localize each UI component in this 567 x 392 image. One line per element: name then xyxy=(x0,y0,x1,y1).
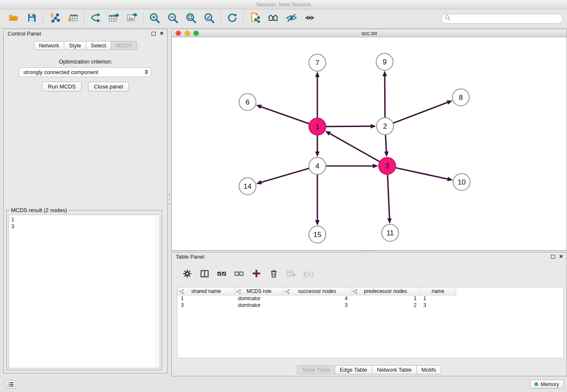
open-folder-icon xyxy=(8,12,19,25)
close-table-panel-icon[interactable]: ✕ xyxy=(559,254,563,259)
plus-icon xyxy=(252,269,261,280)
table-cell[interactable]: dominator xyxy=(235,302,284,309)
zoom-in-button[interactable] xyxy=(146,11,164,26)
float-table-panel-icon[interactable] xyxy=(551,255,555,259)
table-cell[interactable]: 1 xyxy=(420,295,456,302)
main-toolbar xyxy=(0,9,567,28)
attribute-tree-icon xyxy=(285,289,289,295)
edge-3-10[interactable] xyxy=(396,168,448,179)
show-graphics-details-button[interactable] xyxy=(300,11,319,26)
graph-node-label: 6 xyxy=(245,98,249,106)
delete-rows-button[interactable] xyxy=(269,269,279,279)
edge-arrowhead xyxy=(325,131,331,135)
gear-icon xyxy=(183,269,192,280)
table-cell[interactable]: 1 xyxy=(178,295,235,302)
reset-home-view-button[interactable] xyxy=(264,11,282,26)
share-document-icon xyxy=(250,12,261,25)
graph-node-label: 10 xyxy=(458,178,466,186)
zoom-fit-button[interactable] xyxy=(182,11,200,26)
tab-select[interactable]: Select xyxy=(86,41,111,50)
mcds-result-line: 1 xyxy=(11,216,154,223)
edge-arrowhead xyxy=(446,100,452,105)
run-mcds-button[interactable]: Run MCDS xyxy=(42,82,82,91)
float-panel-icon[interactable] xyxy=(151,32,156,36)
table-settings-button[interactable] xyxy=(182,269,192,279)
mcds-result-list[interactable]: 13 xyxy=(8,215,160,368)
zoom-out-button[interactable] xyxy=(164,11,182,26)
edge-arrowhead xyxy=(371,124,376,128)
graph-node-label: 14 xyxy=(244,182,252,190)
search-icon xyxy=(445,15,451,22)
function-builder-button[interactable]: f(x) xyxy=(303,269,314,279)
table-row[interactable]: 3dominator323 xyxy=(178,302,564,309)
search-box[interactable] xyxy=(441,14,563,24)
new-network-from-selection-button[interactable] xyxy=(86,11,105,26)
minimize-window-icon[interactable]: − xyxy=(184,30,190,36)
tab-network[interactable]: Network xyxy=(34,41,64,50)
node-table-body: 1dominator4113dominator323 xyxy=(178,295,564,309)
vertical-splitter-grip[interactable] xyxy=(168,194,171,205)
tab-edge-table[interactable]: Edge Table xyxy=(335,365,372,374)
tab-mcds[interactable]: MCDS xyxy=(111,41,137,50)
open-session-button[interactable] xyxy=(4,11,22,26)
edge-2-9[interactable] xyxy=(385,76,385,118)
select-all-button[interactable] xyxy=(217,269,227,279)
share-network-button[interactable] xyxy=(246,11,264,26)
export-image-button[interactable] xyxy=(123,11,141,26)
memory-status-icon xyxy=(534,382,538,386)
column-header-shared-name[interactable]: shared name xyxy=(178,287,235,295)
tab-style[interactable]: Style xyxy=(64,41,86,50)
table-cell[interactable]: 3 xyxy=(178,302,235,309)
table-cell[interactable]: 4 xyxy=(284,295,351,302)
table-cell[interactable]: 1 xyxy=(351,295,420,302)
edge-3-11[interactable] xyxy=(388,174,390,218)
export-table-button[interactable] xyxy=(105,11,123,26)
unselect-all-button[interactable] xyxy=(234,269,244,279)
result-scrollbar[interactable] xyxy=(156,215,160,368)
table-cell[interactable]: 3 xyxy=(284,302,351,309)
close-panel-icon[interactable]: ✕ xyxy=(160,31,164,36)
tab-motifs[interactable]: Motifs xyxy=(416,365,441,374)
network-canvas[interactable]: 7968124314101511 xyxy=(172,37,567,250)
import-table-button[interactable] xyxy=(63,11,82,26)
edge-arrowhead xyxy=(315,220,319,226)
search-input[interactable] xyxy=(451,16,559,22)
edge-2-3[interactable] xyxy=(385,135,386,152)
task-history-button[interactable] xyxy=(5,380,16,389)
tab-network-table[interactable]: Network Table xyxy=(372,365,417,374)
edge-3-1[interactable] xyxy=(330,134,380,162)
import-network-button[interactable] xyxy=(45,11,63,26)
add-row-button[interactable] xyxy=(251,269,261,279)
edge-1-6[interactable] xyxy=(261,107,309,124)
column-header-mcds-role[interactable]: MCDS role xyxy=(235,287,284,295)
column-header-name[interactable]: name xyxy=(420,287,456,295)
edge-1-2[interactable] xyxy=(326,126,371,127)
trash-icon xyxy=(270,269,278,279)
edge-arrowhead xyxy=(256,180,262,185)
column-header-predecessor-nodes[interactable]: predecessor nodes xyxy=(351,287,420,295)
table-cell[interactable]: 3 xyxy=(420,302,456,309)
table-row[interactable]: 1dominator411 xyxy=(178,295,564,302)
hide-graphics-details-button[interactable] xyxy=(282,11,300,26)
table-cell-filler xyxy=(456,295,564,302)
zoom-selected-button[interactable] xyxy=(200,11,218,26)
toolbar-separator xyxy=(43,13,43,25)
edge-4-14[interactable] xyxy=(261,168,309,182)
edge-2-8[interactable] xyxy=(393,102,448,123)
table-cell[interactable]: dominator xyxy=(235,295,284,302)
tab-node-table[interactable]: Node Table xyxy=(297,365,335,374)
delete-table-button[interactable] xyxy=(286,269,296,279)
application-window: Session: New Session xyxy=(0,0,567,392)
close-panel-button[interactable]: Close panel xyxy=(88,82,129,91)
criterion-select[interactable]: strongly connected component xyxy=(19,67,151,77)
close-window-icon[interactable]: × xyxy=(176,30,181,36)
zoom-window-icon[interactable]: + xyxy=(193,30,199,36)
table-cell[interactable]: 2 xyxy=(351,302,420,309)
column-header-filler xyxy=(456,287,564,295)
show-columns-button[interactable] xyxy=(199,269,209,279)
column-header-successor-nodes[interactable]: successor nodes xyxy=(284,287,351,295)
save-session-button[interactable] xyxy=(22,11,41,26)
apply-layout-button[interactable] xyxy=(223,11,241,26)
network-view-window: × − + scc.txt 7968124314101511 xyxy=(171,29,567,251)
memory-button[interactable]: Memory xyxy=(530,380,564,389)
